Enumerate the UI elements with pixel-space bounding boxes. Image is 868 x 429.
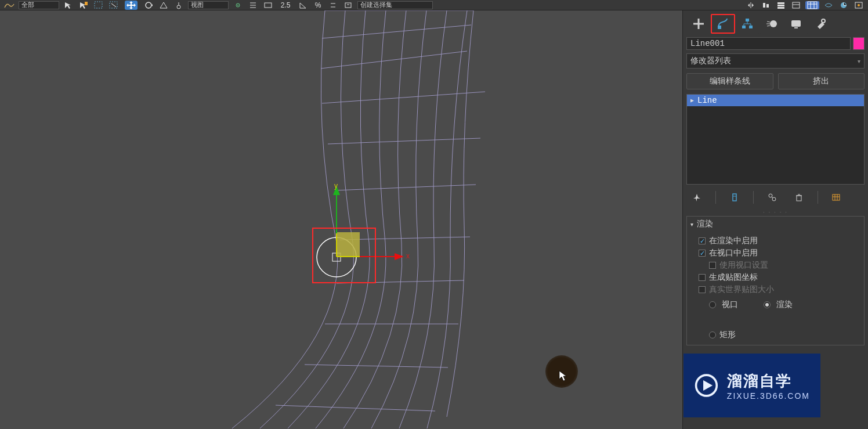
angle-snap-icon[interactable] xyxy=(297,1,309,9)
ref-coord-dropdown[interactable]: 视图 xyxy=(188,1,229,9)
object-name-input[interactable] xyxy=(686,37,851,50)
tab-utilities[interactable] xyxy=(808,14,833,34)
select-and-move-icon[interactable] xyxy=(123,1,139,9)
svg-marker-26 xyxy=(395,253,404,260)
material-editor-icon[interactable] xyxy=(838,1,849,9)
modifier-btn-extrude[interactable]: 挤出 xyxy=(778,73,865,89)
stack-item-line[interactable]: ▶ Line xyxy=(687,95,864,106)
expand-icon[interactable]: ▶ xyxy=(690,97,694,104)
stack-item-label: Line xyxy=(697,96,717,105)
render-setup-icon[interactable] xyxy=(853,1,865,9)
svg-rect-0 xyxy=(85,2,88,5)
corona-logo-icon[interactable] xyxy=(3,1,15,9)
watermark-main-text: 溜溜自学 xyxy=(727,371,810,391)
svg-point-5 xyxy=(177,5,180,9)
radio-renderer-label: 渲染 xyxy=(776,300,793,310)
perspective-viewport[interactable]: y x xyxy=(0,10,682,429)
svg-rect-32 xyxy=(749,26,753,28)
edit-named-sel-icon[interactable] xyxy=(342,1,354,9)
command-panel-tabs xyxy=(683,10,868,34)
spinner-snap-icon[interactable] xyxy=(327,1,339,9)
rect-select-icon[interactable] xyxy=(93,1,104,9)
pin-stack-icon[interactable] xyxy=(689,190,705,204)
svg-point-7 xyxy=(237,5,238,6)
mouse-cursor-icon xyxy=(559,370,567,382)
main-toolbar: 全部 视图 2.5 % 创建选择集 xyxy=(0,0,868,10)
svg-rect-29 xyxy=(718,26,721,29)
svg-point-36 xyxy=(822,19,825,23)
radio-viewport[interactable] xyxy=(709,301,716,308)
svg-rect-12 xyxy=(777,2,784,4)
chk-real-world-map-size[interactable]: 真实世界贴图大小 xyxy=(699,284,858,295)
svg-rect-15 xyxy=(793,2,800,8)
tab-modify[interactable] xyxy=(711,14,735,34)
watermark-logo: 溜溜自学 ZIXUE.3D66.COM xyxy=(683,354,820,417)
configure-modifier-sets-icon[interactable] xyxy=(829,190,845,204)
rollout-rendering: ▾ 渲染 在渲染中启用 在视口中启用 使用视口设置 生成贴图坐标 真实世 xyxy=(686,216,865,345)
svg-rect-37 xyxy=(733,194,736,201)
svg-rect-1 xyxy=(95,2,102,8)
tab-hierarchy[interactable] xyxy=(735,14,760,34)
keyboard-shortcut-toggle-icon[interactable] xyxy=(262,1,274,9)
schematic-view-icon[interactable] xyxy=(823,1,834,9)
radio-rectangular[interactable]: 矩形 xyxy=(709,330,858,340)
svg-point-33 xyxy=(770,20,777,27)
svg-rect-40 xyxy=(797,196,801,201)
align-icon[interactable] xyxy=(760,1,772,9)
mirror-icon[interactable] xyxy=(745,1,757,9)
rollout-title: 渲染 xyxy=(697,219,713,229)
remove-modifier-icon[interactable] xyxy=(791,190,807,204)
svg-rect-35 xyxy=(794,27,798,28)
svg-rect-13 xyxy=(777,5,784,6)
svg-rect-34 xyxy=(791,20,801,27)
selection-filter-dropdown[interactable]: 全部 xyxy=(19,1,59,9)
watermark-sub-text: ZIXUE.3D66.COM xyxy=(727,391,810,401)
svg-rect-8 xyxy=(265,3,272,8)
select-by-name-icon[interactable] xyxy=(78,1,89,9)
svg-rect-31 xyxy=(742,26,746,28)
select-and-scale-icon[interactable] xyxy=(158,1,169,9)
tab-motion[interactable] xyxy=(760,14,784,34)
tab-display[interactable] xyxy=(784,14,808,34)
svg-rect-41 xyxy=(833,194,840,200)
svg-rect-16 xyxy=(808,2,817,9)
svg-point-4 xyxy=(146,2,151,8)
curve-editor-icon[interactable] xyxy=(805,1,819,9)
radio-viewport-label: 视口 xyxy=(722,300,738,310)
select-and-rotate-icon[interactable] xyxy=(143,1,154,9)
modifier-list-dropdown[interactable]: 修改器列表 xyxy=(686,53,865,69)
window-crossing-icon[interactable] xyxy=(108,1,120,9)
gizmo-y-label: y xyxy=(334,182,338,190)
rollout-drag-handle[interactable] xyxy=(686,210,865,214)
modifier-btn-edit-spline[interactable]: 编辑样条线 xyxy=(686,73,773,89)
use-pivot-center-icon[interactable] xyxy=(232,1,244,9)
svg-marker-43 xyxy=(703,380,713,391)
layer-explorer-icon[interactable] xyxy=(775,1,787,9)
percent-snap-icon[interactable]: % xyxy=(312,1,324,9)
named-sel-set-dropdown[interactable]: 创建选择集 xyxy=(357,1,433,9)
toggle-ribbon-icon[interactable] xyxy=(790,1,802,9)
snap-toggle-icon[interactable]: 2.5 xyxy=(277,1,294,9)
object-color-swatch[interactable] xyxy=(853,37,865,50)
chk-enable-in-viewport[interactable]: 在视口中启用 xyxy=(699,248,858,258)
svg-rect-30 xyxy=(746,19,749,21)
make-unique-icon[interactable] xyxy=(764,190,780,204)
watermark-play-icon xyxy=(694,372,719,399)
select-and-place-icon[interactable] xyxy=(173,1,185,9)
svg-rect-11 xyxy=(766,4,769,8)
select-and-manipulate-icon[interactable] xyxy=(247,1,259,9)
chk-generate-mapping-coords[interactable]: 生成贴图坐标 xyxy=(699,272,858,283)
chk-enable-in-renderer[interactable]: 在渲染中启用 xyxy=(699,236,858,246)
chk-use-viewport-settings[interactable]: 使用视口设置 xyxy=(709,260,858,271)
show-end-result-icon[interactable] xyxy=(726,190,743,204)
modifier-stack[interactable]: ▶ Line xyxy=(686,94,865,185)
modifier-stack-toolbar xyxy=(683,188,868,210)
select-object-icon[interactable] xyxy=(63,1,74,9)
radio-renderer[interactable] xyxy=(764,301,771,308)
svg-rect-14 xyxy=(777,7,784,9)
rollout-header-rendering[interactable]: ▾ 渲染 xyxy=(687,217,864,232)
annotation-highlight-viewport xyxy=(312,228,376,283)
tab-create[interactable] xyxy=(686,14,711,34)
gizmo-x-label: x xyxy=(406,252,410,260)
svg-rect-10 xyxy=(763,3,765,8)
